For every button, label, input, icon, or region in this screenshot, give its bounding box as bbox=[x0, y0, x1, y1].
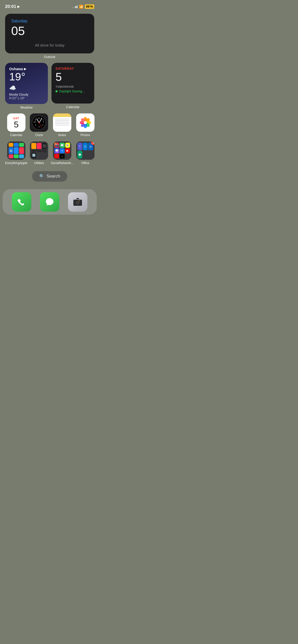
app-utilities[interactable]: ⬛ 🔢 Utilities bbox=[30, 141, 48, 165]
social-instagram: 📷 bbox=[54, 143, 59, 148]
status-right: 📶 69 % bbox=[73, 4, 94, 9]
weather-widget-label: Weather bbox=[5, 106, 48, 109]
search-icon: 🔍 bbox=[39, 174, 45, 179]
social-label: SocialNetworki... bbox=[51, 161, 73, 165]
utilities-label: Utilities bbox=[34, 161, 44, 165]
calendar-widget-section: SATURDAY 5 TOMORROW Daylight Saving... C… bbox=[51, 63, 94, 109]
utilities-icon: ⬛ 🔢 bbox=[30, 141, 48, 160]
search-button[interactable]: 🔍 Search bbox=[32, 171, 67, 182]
weather-location: Oshawa ▶ bbox=[9, 67, 44, 71]
apple-mini-4: 🗺️ bbox=[9, 147, 13, 154]
notes-lines-area bbox=[53, 117, 71, 132]
social-tiktok: ♪ bbox=[60, 154, 64, 159]
notes-line-2 bbox=[55, 120, 69, 121]
clock-num-6: 6 bbox=[38, 126, 39, 128]
social-icon: 📷 💬 👻 💬 f ▶ 🎵 ♪ bbox=[53, 141, 71, 160]
signal-bar-2 bbox=[74, 7, 75, 8]
calendar-app-label: Calendar bbox=[10, 133, 22, 137]
weather-widget-section: Oshawa ▶ 19° ☁️ Mostly Cloudy H:22° L:10… bbox=[5, 63, 48, 109]
apple-mini-6: ❤️ bbox=[19, 147, 24, 154]
outlook-widget[interactable]: Saturday 05 All done for today bbox=[5, 14, 94, 53]
outlook-widget-label: Outlook bbox=[5, 55, 94, 59]
messages-icon-svg bbox=[44, 197, 55, 207]
cal-widget-date: 5 bbox=[56, 71, 90, 83]
everything-apple-grid: 🗺️ ❤️ bbox=[9, 143, 24, 158]
office-groupme: 💬 bbox=[77, 151, 82, 158]
app-everything-apple[interactable]: 🗺️ ❤️ EverythingApple bbox=[5, 141, 27, 165]
util-mini-3: ⬛ bbox=[42, 143, 47, 149]
office-label: Office bbox=[81, 161, 89, 165]
util-mini-7: 🔢 bbox=[31, 153, 36, 158]
signal-bar-3 bbox=[75, 6, 76, 8]
weather-high-low: H:22° L:10° bbox=[9, 96, 44, 100]
outlook-widget-section: Saturday 05 All done for today Outlook bbox=[5, 14, 94, 59]
svg-point-8 bbox=[84, 121, 87, 124]
clock-num-8: 8 bbox=[35, 124, 36, 126]
signal-bar-1 bbox=[73, 7, 74, 8]
dock-app-phone[interactable] bbox=[12, 192, 31, 212]
everything-apple-icon: 🗺️ ❤️ bbox=[7, 141, 25, 160]
messages-app-icon bbox=[40, 192, 59, 212]
util-mini-5 bbox=[37, 150, 42, 152]
app-notes[interactable]: Notes bbox=[51, 113, 73, 137]
notes-line-1 bbox=[55, 119, 69, 119]
clock-face: 12 3 6 9 1 11 2 4 8 10 bbox=[32, 115, 46, 130]
clock-display: 20:01 bbox=[5, 4, 16, 9]
apple-mini-7 bbox=[9, 154, 13, 158]
camera-app-icon bbox=[68, 192, 87, 212]
util-mini-1 bbox=[31, 143, 36, 149]
app-calendar[interactable]: SAT 5 Calendar bbox=[5, 113, 27, 137]
notes-top-bar bbox=[53, 113, 71, 117]
app-clock[interactable]: 12 3 6 9 1 11 2 4 8 10 Clock bbox=[30, 113, 48, 137]
battery-level: 69 bbox=[86, 5, 89, 8]
social-snapchat: 👻 bbox=[65, 143, 70, 148]
app-office[interactable]: 1 T O in 💬 Office bbox=[76, 141, 94, 165]
notes-app-label: Notes bbox=[58, 133, 66, 137]
dock-app-messages[interactable] bbox=[40, 192, 59, 212]
location-arrow-icon: ▶ bbox=[17, 5, 20, 8]
apple-mini-1 bbox=[9, 143, 13, 147]
clock-num-12: 12 bbox=[38, 117, 40, 119]
app-grid: SAT 5 Calendar 12 3 6 9 1 11 2 4 8 10 bbox=[5, 113, 94, 165]
weather-temperature: 19° bbox=[9, 71, 44, 82]
social-facebook: f bbox=[60, 148, 64, 153]
app-photos[interactable]: Photos bbox=[76, 113, 94, 137]
cal-event-dot bbox=[56, 90, 58, 92]
weather-condition: Mostly Cloudy bbox=[9, 93, 44, 96]
apple-mini-3 bbox=[19, 143, 24, 147]
apple-mini-8 bbox=[14, 154, 19, 158]
clock-num-2: 2 bbox=[43, 121, 44, 123]
clock-num-4: 4 bbox=[42, 124, 43, 126]
office-icon: 1 T O in 💬 bbox=[76, 141, 94, 160]
social-grid: 📷 💬 👻 💬 f ▶ 🎵 ♪ bbox=[54, 143, 70, 158]
search-bar: 🔍 Search bbox=[5, 171, 94, 182]
util-mini-6 bbox=[42, 150, 47, 152]
dock-app-camera[interactable] bbox=[68, 192, 87, 212]
weather-widget[interactable]: Oshawa ▶ 19° ☁️ Mostly Cloudy H:22° L:10… bbox=[5, 63, 48, 104]
notes-line-4 bbox=[55, 123, 69, 124]
phone-app-icon bbox=[12, 192, 31, 212]
clock-num-10: 10 bbox=[34, 121, 36, 123]
status-bar: 20:01 ▶ 📶 69 % bbox=[0, 0, 99, 11]
social-messenger: 💬 bbox=[54, 148, 59, 153]
photos-app-icon bbox=[76, 113, 94, 132]
clock-num-3: 3 bbox=[43, 119, 44, 121]
calendar-icon-day: SAT bbox=[7, 116, 25, 120]
battery-unit: % bbox=[90, 5, 93, 8]
social-ytmusic: 🎵 bbox=[54, 154, 59, 159]
calendar-widget[interactable]: SATURDAY 5 TOMORROW Daylight Saving... bbox=[51, 63, 94, 104]
clock-app-icon: 12 3 6 9 1 11 2 4 8 10 bbox=[30, 113, 48, 132]
app-social[interactable]: 📷 💬 👻 💬 f ▶ 🎵 ♪ SocialNetw bbox=[51, 141, 73, 165]
cloud-icon: ☁️ bbox=[9, 85, 44, 91]
office-grid: T O in 💬 bbox=[77, 143, 93, 158]
outlook-empty-message: All done for today bbox=[11, 42, 88, 48]
calendar-icon-date: 5 bbox=[14, 120, 19, 129]
office-teams: T bbox=[77, 143, 82, 150]
home-content: Saturday 05 All done for today Outlook O… bbox=[0, 11, 99, 182]
office-outlook: O bbox=[83, 143, 88, 150]
svg-point-12 bbox=[77, 202, 78, 203]
battery-indicator: 69 % bbox=[85, 4, 94, 9]
cal-event: Daylight Saving... bbox=[56, 89, 90, 93]
status-time: 20:01 ▶ bbox=[5, 4, 20, 9]
calendar-app-icon: SAT 5 bbox=[7, 113, 25, 132]
